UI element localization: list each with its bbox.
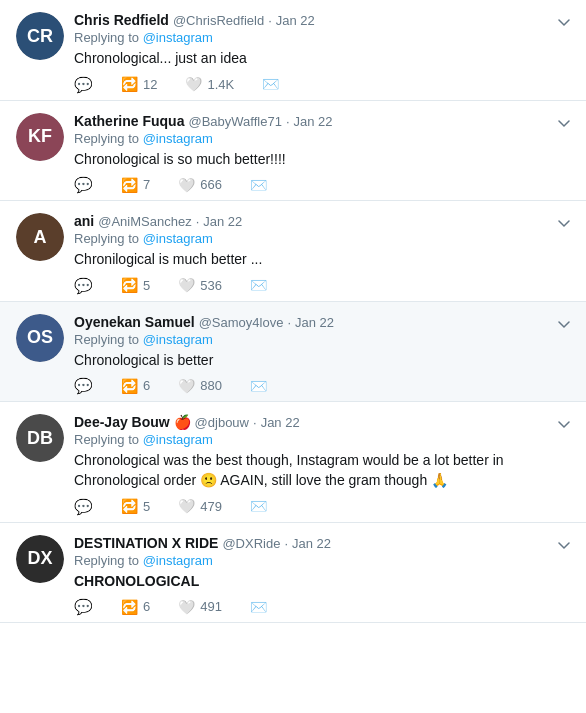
reply-to: Replying to @instagram [74, 131, 570, 146]
display-name: Chris Redfield [74, 12, 169, 28]
avatar[interactable]: DB [16, 414, 64, 462]
chevron-down-icon[interactable] [558, 416, 570, 432]
like-action[interactable]: 🤍1.4K [185, 77, 234, 92]
tweet-item: Aani@AniMSanchez·Jan 22Replying to @inst… [0, 201, 586, 302]
avatar[interactable]: OS [16, 314, 64, 362]
tweet-header: Katherine Fuqua@BabyWaffle71·Jan 22 [74, 113, 570, 129]
username[interactable]: @BabyWaffle71 [188, 114, 281, 129]
retweet-count: 6 [143, 378, 150, 393]
reply-action[interactable]: 💬 [74, 278, 93, 293]
tweet-date: Jan 22 [292, 536, 331, 551]
tweet-text: Chronological... just an idea [74, 49, 570, 69]
tweet-header: DESTINATION X RIDE@DXRide·Jan 22 [74, 535, 570, 551]
tweet-actions: 💬🔁5🤍479✉️ [74, 499, 570, 514]
like-icon: 🤍 [178, 278, 195, 292]
username[interactable]: @ChrisRedfield [173, 13, 264, 28]
tweet-content: ani@AniMSanchez·Jan 22Replying to @insta… [74, 213, 570, 293]
like-action[interactable]: 🤍880 [178, 378, 222, 393]
reply-to-link[interactable]: @instagram [143, 30, 213, 45]
chevron-down-icon[interactable] [558, 115, 570, 131]
reply-to-link[interactable]: @instagram [143, 432, 213, 447]
separator-dot: · [284, 536, 288, 551]
dm-action[interactable]: ✉️ [262, 77, 279, 91]
retweet-action[interactable]: 🔁6 [121, 378, 150, 393]
tweet-text: CHRONOLOGICAL [74, 572, 570, 592]
avatar[interactable]: A [16, 213, 64, 261]
like-count: 666 [200, 177, 222, 192]
reply-to: Replying to @instagram [74, 432, 570, 447]
dm-icon: ✉️ [250, 178, 267, 192]
dm-icon: ✉️ [262, 77, 279, 91]
tweet-text: Chronilogical is much better ... [74, 250, 570, 270]
reply-icon: 💬 [74, 278, 93, 293]
dm-action[interactable]: ✉️ [250, 499, 267, 513]
tweet-item: DXDESTINATION X RIDE@DXRide·Jan 22Replyi… [0, 523, 586, 624]
avatar[interactable]: DX [16, 535, 64, 583]
like-icon: 🤍 [178, 499, 195, 513]
tweet-date: Jan 22 [294, 114, 333, 129]
dm-action[interactable]: ✉️ [250, 600, 267, 614]
display-name: Oyenekan Samuel [74, 314, 195, 330]
reply-action[interactable]: 💬 [74, 599, 93, 614]
like-count: 491 [200, 599, 222, 614]
reply-action[interactable]: 💬 [74, 177, 93, 192]
reply-to-link[interactable]: @instagram [143, 332, 213, 347]
retweet-icon: 🔁 [121, 499, 138, 513]
retweet-icon: 🔁 [121, 278, 138, 292]
like-count: 536 [200, 278, 222, 293]
avatar[interactable]: KF [16, 113, 64, 161]
display-name: ani [74, 213, 94, 229]
display-name: DESTINATION X RIDE [74, 535, 218, 551]
like-action[interactable]: 🤍536 [178, 278, 222, 293]
like-action[interactable]: 🤍479 [178, 499, 222, 514]
reply-action[interactable]: 💬 [74, 499, 93, 514]
username[interactable]: @djbouw [195, 415, 249, 430]
reply-action[interactable]: 💬 [74, 77, 93, 92]
like-icon: 🤍 [178, 600, 195, 614]
reply-action[interactable]: 💬 [74, 378, 93, 393]
retweet-action[interactable]: 🔁6 [121, 599, 150, 614]
tweet-item: KFKatherine Fuqua@BabyWaffle71·Jan 22Rep… [0, 101, 586, 202]
reply-to-link[interactable]: @instagram [143, 553, 213, 568]
chevron-down-icon[interactable] [558, 14, 570, 30]
tweet-actions: 💬🔁6🤍491✉️ [74, 599, 570, 614]
reply-to-link[interactable]: @instagram [143, 131, 213, 146]
dm-action[interactable]: ✉️ [250, 379, 267, 393]
tweet-content: Katherine Fuqua@BabyWaffle71·Jan 22Reply… [74, 113, 570, 193]
tweet-actions: 💬🔁7🤍666✉️ [74, 177, 570, 192]
tweet-text: Chronological was the best though, Insta… [74, 451, 570, 490]
dm-action[interactable]: ✉️ [250, 178, 267, 192]
avatar[interactable]: CR [16, 12, 64, 60]
like-count: 880 [200, 378, 222, 393]
tweet-actions: 💬🔁12🤍1.4K✉️ [74, 77, 570, 92]
username[interactable]: @AniMSanchez [98, 214, 191, 229]
chevron-down-icon[interactable] [558, 215, 570, 231]
reply-to: Replying to @instagram [74, 30, 570, 45]
retweet-action[interactable]: 🔁7 [121, 177, 150, 192]
username[interactable]: @Samoy4love [199, 315, 284, 330]
reply-to-link[interactable]: @instagram [143, 231, 213, 246]
reply-to: Replying to @instagram [74, 231, 570, 246]
reply-icon: 💬 [74, 177, 93, 192]
separator-dot: · [286, 114, 290, 129]
tweet-item: OSOyenekan Samuel@Samoy4love·Jan 22Reply… [0, 302, 586, 403]
tweet-date: Jan 22 [295, 315, 334, 330]
chevron-down-icon[interactable] [558, 316, 570, 332]
like-count: 1.4K [207, 77, 234, 92]
retweet-action[interactable]: 🔁5 [121, 278, 150, 293]
retweet-count: 7 [143, 177, 150, 192]
dm-action[interactable]: ✉️ [250, 278, 267, 292]
tweet-header: Chris Redfield@ChrisRedfield·Jan 22 [74, 12, 570, 28]
tweet-content: Dee-Jay Bouw 🍎@djbouw·Jan 22Replying to … [74, 414, 570, 513]
like-action[interactable]: 🤍491 [178, 599, 222, 614]
chevron-down-icon[interactable] [558, 537, 570, 553]
tweet-actions: 💬🔁6🤍880✉️ [74, 378, 570, 393]
retweet-action[interactable]: 🔁12 [121, 77, 157, 92]
reply-icon: 💬 [74, 378, 93, 393]
like-action[interactable]: 🤍666 [178, 177, 222, 192]
dm-icon: ✉️ [250, 499, 267, 513]
retweet-action[interactable]: 🔁5 [121, 499, 150, 514]
username[interactable]: @DXRide [222, 536, 280, 551]
dm-icon: ✉️ [250, 278, 267, 292]
like-icon: 🤍 [178, 379, 195, 393]
